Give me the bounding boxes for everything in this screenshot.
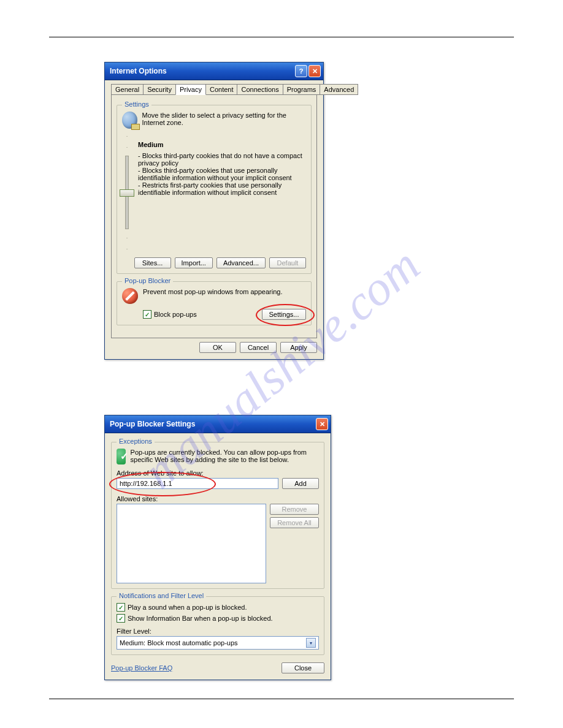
play-sound-label: Play a sound when a pop-up is blocked. [128, 604, 247, 611]
popup-blocker-settings-dialog: Pop-up Blocker Settings ✕ Exceptions Pop… [104, 415, 331, 680]
chevron-down-icon: ▾ [306, 638, 316, 648]
tab-general[interactable]: General [111, 84, 144, 95]
popup-blocker-group: Pop-up Blocker Prevent most pop-up windo… [117, 281, 312, 325]
shield-check-icon [117, 449, 126, 464]
titlebar: Internet Options ? ✕ [105, 63, 323, 80]
notifications-legend: Notifications and Filter Level [117, 592, 206, 599]
sites-button[interactable]: Sites... [134, 257, 171, 268]
ok-button[interactable]: OK [199, 342, 236, 353]
tab-advanced[interactable]: Advanced [320, 84, 358, 95]
bullet-2: - Blocks third-party cookies that use pe… [138, 167, 306, 181]
popup-legend: Pop-up Blocker [122, 277, 173, 284]
blocked-icon [122, 288, 138, 304]
bottom-rule [49, 699, 514, 699]
close-button[interactable]: ✕ [316, 418, 328, 430]
close-button[interactable]: ✕ [308, 65, 321, 77]
privacy-slider[interactable] [122, 156, 132, 229]
default-button: Default [269, 257, 306, 268]
block-popups-label: Block pop-ups [154, 311, 197, 318]
tabs: General Security Privacy Content Connect… [111, 84, 317, 95]
settings-intro: Move the slider to select a privacy sett… [142, 112, 307, 126]
internet-options-dialog: Internet Options ? ✕ General Security Pr… [104, 62, 324, 360]
tab-content[interactable]: Content [205, 84, 238, 95]
bullet-1: - Blocks third-party cookies that do not… [138, 152, 306, 167]
apply-button[interactable]: Apply [280, 342, 317, 353]
privacy-level: Medium [138, 141, 306, 148]
popup-settings-button[interactable]: Settings... [262, 309, 306, 320]
block-popups-checkbox[interactable]: ✓ Block pop-ups [143, 310, 197, 319]
filter-level-label: Filter Level: [117, 628, 319, 635]
show-infobar-checkbox[interactable]: ✓ Show Information Bar when a pop-up is … [117, 614, 319, 623]
bullet-3: - Restricts first-party cookies that use… [138, 181, 306, 196]
address-input[interactable] [117, 478, 278, 489]
dialog-title: Internet Options [110, 67, 294, 75]
dialog-title: Pop-up Blocker Settings [110, 420, 315, 428]
allowed-sites-list[interactable] [117, 504, 266, 583]
popup-intro: Prevent most pop-up windows from appeari… [143, 288, 282, 295]
tab-security[interactable]: Security [143, 84, 176, 95]
remove-button: Remove [270, 504, 319, 515]
show-infobar-label: Show Information Bar when a pop-up is bl… [128, 615, 273, 622]
exceptions-group: Exceptions Pop-ups are currently blocked… [111, 442, 324, 589]
add-button[interactable]: Add [282, 478, 319, 489]
tab-programs[interactable]: Programs [283, 84, 321, 95]
close-button[interactable]: Close [282, 662, 324, 673]
exceptions-legend: Exceptions [117, 438, 155, 445]
top-rule [49, 37, 514, 37]
faq-link[interactable]: Pop-up Blocker FAQ [111, 664, 172, 672]
titlebar: Pop-up Blocker Settings ✕ [105, 415, 331, 433]
address-label: Address of Web site to allow: [117, 469, 319, 477]
help-button[interactable]: ? [295, 65, 307, 77]
filter-level-value: Medium: Block most automatic pop-ups [120, 639, 238, 646]
exceptions-intro: Pop-ups are currently blocked. You can a… [131, 449, 319, 463]
play-sound-checkbox[interactable]: ✓ Play a sound when a pop-up is blocked. [117, 603, 319, 612]
tab-privacy[interactable]: Privacy [175, 84, 206, 95]
remove-all-button: Remove All [270, 517, 319, 528]
globe-icon [122, 112, 137, 129]
cancel-button[interactable]: Cancel [240, 342, 277, 353]
settings-legend: Settings [122, 100, 151, 108]
allowed-label: Allowed sites: [117, 495, 319, 502]
advanced-button[interactable]: Advanced... [216, 257, 266, 268]
tab-connections[interactable]: Connections [237, 84, 283, 95]
filter-level-select[interactable]: Medium: Block most automatic pop-ups ▾ [117, 636, 319, 650]
import-button[interactable]: Import... [175, 257, 213, 268]
settings-group: Settings Move the slider to select a pri… [117, 105, 312, 274]
notifications-group: Notifications and Filter Level ✓ Play a … [111, 596, 324, 655]
